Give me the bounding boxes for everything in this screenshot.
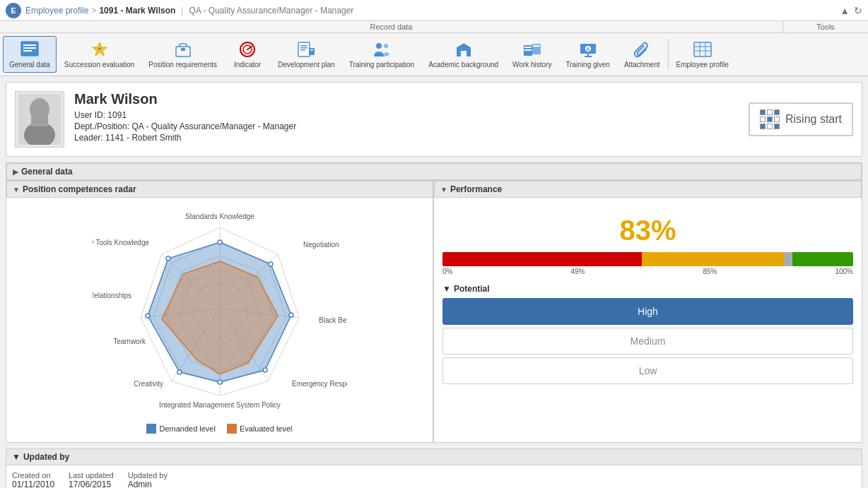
legend-demanded-label: Demanded level (159, 424, 216, 433)
profile-avatar (15, 91, 64, 148)
perf-label-100: 100% (835, 268, 853, 275)
svg-rect-13 (300, 47, 307, 49)
breadcrumb-sep: > (91, 6, 96, 16)
user-id-row: User ID: 1091 (74, 110, 749, 120)
toolbar-label-general-data: General data (9, 61, 50, 69)
badge-grid-icon (760, 109, 780, 129)
updated-by-section: ▼ Updated by Created on 01/11/2010 Last … (6, 448, 862, 488)
svg-rect-23 (524, 49, 532, 51)
svg-text:Interpersonal Relationships: Interpersonal Relationships (93, 292, 131, 299)
toolbar-item-indicator[interactable]: Indicator (225, 36, 270, 73)
svg-point-71 (146, 314, 150, 318)
academic-icon (452, 40, 475, 59)
general-data-label: General data (21, 167, 73, 177)
radar-chart: Standards Knowledge Negotiation Black Be… (93, 206, 347, 418)
performance-labels: 0% 49% 85% 100% (442, 268, 853, 275)
svg-point-18 (384, 44, 388, 48)
toolbar-section-tools: Tools (783, 21, 868, 32)
updated-by-field: Updated by Admin (128, 471, 168, 488)
toolbar-label-indicator: Indicator (234, 61, 261, 69)
refresh-icon[interactable]: ↻ (854, 5, 862, 16)
emp-profile-icon (691, 40, 714, 59)
dept-label: Dept./Position: (74, 121, 129, 131)
performance-label: Performance (450, 184, 502, 194)
badge-label: Rising start (785, 113, 842, 126)
leader-label: Leader: (74, 133, 103, 143)
perf-bar-grey (784, 252, 792, 266)
updated-by-header[interactable]: ▼ Updated by (6, 449, 862, 465)
breadcrumb-link[interactable]: Employee profile (25, 6, 88, 16)
main-content: Mark Wilson User ID: 1091 Dept./Position… (0, 76, 868, 488)
breadcrumb: Employee profile > 1091 - Mark Wilson | … (25, 6, 353, 16)
svg-point-67 (289, 313, 293, 317)
perf-bar-yellow (642, 252, 784, 266)
radar-content: Standards Knowledge Negotiation Black Be… (6, 198, 433, 442)
dev-plan-icon (295, 40, 317, 59)
performance-percent: 83% (442, 215, 853, 246)
legend-evaluated-label: Evaluated level (240, 424, 293, 433)
svg-rect-2 (23, 47, 36, 49)
toolbar-item-academic[interactable]: Academic background (422, 36, 505, 73)
toolbar-item-emp-profile[interactable]: Employee profile (670, 36, 735, 73)
potential-high-btn[interactable]: High (442, 298, 853, 325)
left-col: ▼ Position competences radar Standards K… (6, 181, 434, 442)
toolbar-item-attachment[interactable]: Attachment (618, 36, 667, 73)
performance-header[interactable]: ▼ Performance (434, 181, 862, 198)
updated-toggle-icon: ▼ (12, 452, 20, 462)
potential-medium-btn[interactable]: Medium (442, 328, 853, 355)
nav-up-icon[interactable]: ▲ (840, 5, 850, 16)
toolbar-item-general-data[interactable]: General data (3, 36, 57, 73)
training-part-icon (370, 40, 393, 59)
toolbar-item-training-given[interactable]: A Training given (559, 36, 616, 73)
toolbar-label-dev-plan: Development plan (278, 61, 335, 69)
profile-info: Mark Wilson User ID: 1091 Dept./Position… (74, 91, 749, 144)
performance-bar (442, 252, 853, 266)
legend-evaluated: Evaluated level (227, 424, 293, 434)
general-data-toggle-icon: ▶ (13, 168, 18, 176)
toolbar: Record data Tools General data Successio… (0, 21, 868, 76)
created-on-value: 01/11/2010 (12, 480, 54, 488)
svg-text:Integrated Management System P: Integrated Management System Policy (159, 401, 281, 409)
toolbar-item-work-history[interactable]: Work history (506, 36, 558, 73)
competences-perf-grid: ▼ Position competences radar Standards K… (6, 181, 862, 442)
profile-badge: Rising start (749, 102, 853, 136)
last-updated-label: Last updated (69, 471, 114, 480)
dept-row: Dept./Position: QA - Quality Assurance/M… (74, 121, 749, 131)
attachment-icon (631, 40, 653, 59)
app-logo: E (6, 3, 21, 18)
perf-label-0: 0% (442, 268, 452, 275)
updated-by-content: Created on 01/11/2010 Last updated 17/06… (6, 465, 862, 488)
performance-content: 83% 0% 49% 85% 100% ▼ (434, 198, 862, 395)
competences-perf-wrapper: ▼ Position competences radar Standards K… (6, 181, 862, 443)
user-id-value: 1091 (107, 110, 127, 120)
indicator-icon (236, 40, 259, 59)
general-data-header[interactable]: ▶ General data (6, 163, 862, 180)
svg-text:Quality Tools Knowledge: Quality Tools Knowledge (93, 239, 149, 246)
toolbar-label-attachment: Attachment (624, 61, 660, 69)
toolbar-item-position-req[interactable]: Position requirements (142, 36, 223, 73)
potential-low-btn[interactable]: Low (442, 357, 853, 384)
svg-text:Standards Knowledge: Standards Knowledge (185, 213, 254, 220)
svg-point-69 (218, 380, 222, 384)
toolbar-items: General data Succession evaluation Posit… (0, 33, 868, 76)
toolbar-label-emp-profile: Employee profile (676, 61, 729, 69)
general-data-section: ▶ General data (6, 162, 862, 181)
svg-point-65 (218, 240, 222, 244)
competences-header[interactable]: ▼ Position competences radar (6, 181, 433, 198)
potential-header[interactable]: ▼ Potential (442, 284, 853, 294)
svg-text:Emergency Response and Prepara: Emergency Response and Preparation (292, 380, 347, 388)
toolbar-item-training-part[interactable]: Training participation (343, 36, 421, 73)
toolbar-label-academic: Academic background (428, 61, 498, 69)
performance-toggle-icon: ▼ (440, 186, 447, 194)
toolbar-item-succession[interactable]: Succession evaluation (58, 36, 141, 73)
perf-bar-red (442, 252, 642, 266)
last-updated-field: Last updated 17/06/2015 (69, 471, 114, 488)
toolbar-item-dev-plan[interactable]: Development plan (271, 36, 341, 73)
profile-card: Mark Wilson User ID: 1091 Dept./Position… (6, 82, 862, 157)
svg-rect-20 (461, 51, 467, 56)
svg-rect-15 (309, 48, 315, 55)
updated-by-field-label: Updated by (128, 471, 168, 480)
leader-row: Leader: 1141 - Robert Smith (74, 133, 749, 143)
svg-point-72 (166, 256, 170, 261)
svg-rect-16 (310, 49, 313, 51)
